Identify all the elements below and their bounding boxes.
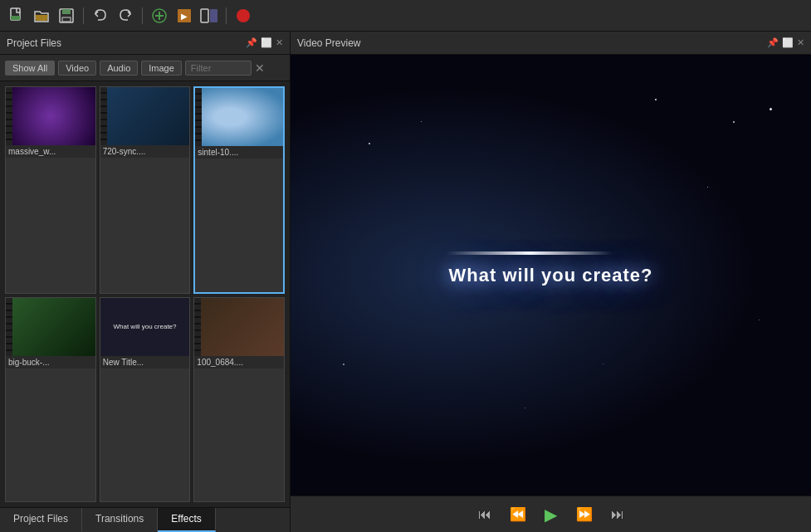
svg-point-12 bbox=[237, 9, 250, 22]
add-media-icon[interactable] bbox=[149, 6, 169, 26]
thumbnail bbox=[6, 298, 95, 356]
record-icon[interactable] bbox=[233, 6, 253, 26]
svg-rect-1 bbox=[11, 16, 20, 20]
video-canvas: What will you create? bbox=[291, 55, 811, 495]
thumbnail bbox=[194, 298, 284, 356]
main-toolbar: ▶ bbox=[0, 0, 811, 32]
list-item[interactable]: 100_0684.... bbox=[193, 297, 285, 503]
project-files-header: Project Files 📌 ⬜ ✕ bbox=[0, 32, 290, 55]
video-glow-effect bbox=[447, 251, 613, 255]
main-content: Project Files 📌 ⬜ ✕ Show All Video Audio… bbox=[0, 32, 811, 532]
video-preview-header: Video Preview 📌 ⬜ ✕ bbox=[291, 32, 811, 55]
left-panel: Project Files 📌 ⬜ ✕ Show All Video Audio… bbox=[0, 32, 291, 532]
properties-icon[interactable] bbox=[199, 6, 219, 26]
media-label: 720-sync.... bbox=[100, 145, 190, 158]
open-folder-icon[interactable] bbox=[32, 6, 51, 26]
fast-forward-button[interactable]: ⏩ bbox=[573, 503, 596, 526]
thumbnail bbox=[6, 87, 95, 145]
tab-transitions[interactable]: Transitions bbox=[82, 508, 158, 532]
filmstrip-overlay bbox=[195, 88, 202, 146]
export-icon[interactable]: ▶ bbox=[174, 6, 194, 26]
thumbnail bbox=[195, 88, 283, 146]
video-preview-title: Video Preview bbox=[297, 37, 361, 49]
list-item[interactable]: big-buck-... bbox=[5, 297, 96, 503]
jump-start-button[interactable]: ⏮ bbox=[473, 503, 496, 526]
media-label: New Title... bbox=[100, 356, 190, 368]
float-icon[interactable]: ⬜ bbox=[261, 37, 272, 48]
svg-rect-4 bbox=[62, 17, 71, 22]
svg-rect-3 bbox=[62, 9, 71, 14]
pin-icon[interactable]: 📌 bbox=[767, 37, 779, 48]
filmstrip-overlay bbox=[194, 298, 201, 356]
toolbar-separator bbox=[83, 7, 84, 24]
video-controls: ⏮ ⏪ ▶ ⏩ ⏭ bbox=[291, 495, 811, 532]
filmstrip-overlay bbox=[100, 87, 107, 145]
list-item[interactable]: 720-sync.... bbox=[100, 86, 191, 294]
show-all-button[interactable]: Show All bbox=[5, 61, 55, 76]
media-label: massive_w... bbox=[6, 145, 95, 158]
play-button[interactable]: ▶ bbox=[540, 503, 563, 526]
tab-project-files[interactable]: Project Files bbox=[0, 508, 82, 532]
toolbar-separator-2 bbox=[142, 7, 143, 24]
close-icon[interactable]: ✕ bbox=[797, 37, 804, 48]
svg-rect-10 bbox=[201, 9, 208, 22]
filter-clear-icon[interactable]: ✕ bbox=[255, 61, 265, 75]
video-filter-button[interactable]: Video bbox=[58, 61, 96, 76]
list-item[interactable]: What will you create? New Title... bbox=[100, 297, 191, 503]
filmstrip-overlay bbox=[6, 87, 12, 145]
tab-effects[interactable]: Effects bbox=[158, 508, 215, 532]
float-icon[interactable]: ⬜ bbox=[782, 37, 794, 48]
svg-text:▶: ▶ bbox=[181, 12, 188, 21]
bottom-tabs: Project Files Transitions Effects bbox=[0, 507, 290, 532]
media-label: sintel-10.... bbox=[195, 146, 283, 159]
list-item[interactable]: sintel-10.... bbox=[193, 86, 285, 294]
right-panel: Video Preview 📌 ⬜ ✕ bbox=[291, 32, 811, 532]
image-filter-button[interactable]: Image bbox=[141, 61, 182, 76]
video-preview-text: What will you create? bbox=[449, 265, 653, 286]
undo-icon[interactable] bbox=[90, 6, 110, 26]
toolbar-separator-3 bbox=[226, 7, 227, 24]
media-label: big-buck-... bbox=[6, 356, 95, 368]
save-icon[interactable] bbox=[56, 6, 76, 26]
filter-input[interactable] bbox=[185, 61, 252, 76]
rewind-button[interactable]: ⏪ bbox=[506, 503, 530, 526]
media-label: 100_0684.... bbox=[194, 356, 284, 368]
filter-bar: Show All Video Audio Image ✕ bbox=[0, 55, 290, 81]
redo-icon[interactable] bbox=[115, 6, 135, 26]
list-item[interactable]: massive_w... bbox=[5, 86, 96, 294]
audio-filter-button[interactable]: Audio bbox=[100, 61, 138, 76]
pin-icon[interactable]: 📌 bbox=[246, 37, 257, 48]
svg-rect-11 bbox=[210, 9, 217, 22]
thumbnail bbox=[100, 87, 190, 145]
jump-end-button[interactable]: ⏭ bbox=[606, 503, 629, 526]
filmstrip-overlay bbox=[6, 298, 12, 356]
preview-header-controls: 📌 ⬜ ✕ bbox=[767, 37, 804, 48]
new-file-icon[interactable] bbox=[7, 6, 27, 26]
close-icon[interactable]: ✕ bbox=[276, 37, 283, 48]
project-files-title: Project Files bbox=[7, 37, 61, 49]
header-controls: 📌 ⬜ ✕ bbox=[246, 37, 283, 48]
thumbnail: What will you create? bbox=[100, 298, 190, 356]
media-grid: massive_w... 720-sync.... sintel-10.... … bbox=[0, 81, 290, 507]
